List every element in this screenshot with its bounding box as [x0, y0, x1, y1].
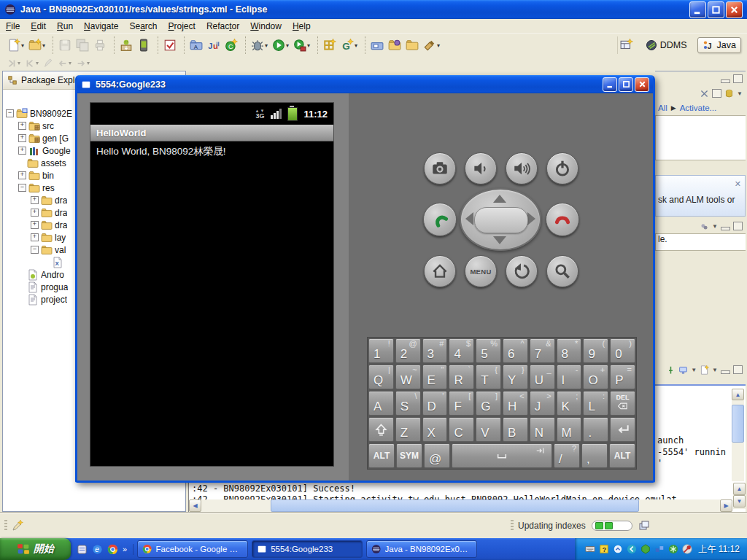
- toolbar-flashlight-button[interactable]: ▾: [421, 36, 442, 54]
- toolbar-next-annotation-button[interactable]: ▾: [4, 56, 23, 71]
- pin-console-icon[interactable]: [666, 365, 676, 375]
- tree-expander-icon[interactable]: +: [31, 196, 39, 204]
- eclipse-titlebar[interactable]: Java - BN98092Ex030101/res/values/string…: [0, 0, 747, 19]
- quick-launch-more[interactable]: »: [123, 545, 127, 553]
- help-icon[interactable]: ?: [599, 544, 609, 554]
- close-button[interactable]: [726, 1, 743, 18]
- toolbar-gwt-compile-button[interactable]: G▾: [338, 36, 360, 54]
- dpad-up-icon[interactable]: [493, 195, 506, 203]
- menu-navigate[interactable]: Navigate: [84, 21, 118, 31]
- key-shift[interactable]: [368, 417, 394, 442]
- toolbar-new-java-project-button[interactable]: ▾: [26, 36, 47, 54]
- open-perspective-button[interactable]: [618, 36, 635, 54]
- key-5[interactable]: 5%: [476, 338, 501, 363]
- key-t[interactable]: T{: [476, 365, 501, 389]
- view-maximize-icon[interactable]: [733, 74, 743, 83]
- key-l[interactable]: L:: [583, 391, 608, 416]
- toolbar-print-button[interactable]: [91, 36, 109, 54]
- key-,[interactable]: ,: [581, 443, 608, 468]
- key-b[interactable]: B: [503, 417, 528, 442]
- key-2[interactable]: 2@: [395, 338, 421, 363]
- tree-expander-icon[interactable]: +: [18, 122, 26, 130]
- key-c[interactable]: C: [449, 417, 474, 442]
- tray-green-icon[interactable]: [640, 544, 651, 554]
- dpad-left-icon[interactable]: [465, 212, 473, 225]
- key-m[interactable]: M: [557, 417, 582, 442]
- key-s[interactable]: S\: [395, 391, 421, 416]
- view-maximize-icon[interactable]: [733, 365, 743, 374]
- key-mod[interactable]: SYM: [396, 443, 422, 468]
- dpad-control[interactable]: [460, 188, 541, 251]
- tray-red-icon[interactable]: [682, 544, 692, 554]
- view-minimize-icon[interactable]: [721, 227, 730, 230]
- toolbar-new-web-project-button[interactable]: [321, 36, 338, 54]
- key-u[interactable]: U_: [530, 365, 555, 389]
- close-icon[interactable]: ✕: [735, 179, 741, 189]
- toolbar-new-class-button[interactable]: C: [222, 36, 240, 54]
- view-menu-icon[interactable]: ▼: [737, 90, 743, 97]
- repository-icon[interactable]: [724, 89, 734, 98]
- toolbar-back-nav-button[interactable]: ▾: [55, 56, 74, 71]
- maximize-button[interactable]: [619, 77, 633, 92]
- console-vscrollbar[interactable]: ▲: [732, 389, 744, 481]
- scroll-up-icon[interactable]: ▲: [732, 389, 744, 400]
- toolbar-debug-button[interactable]: ▾: [249, 36, 270, 54]
- toolbar-save-button[interactable]: [56, 36, 74, 54]
- power-button[interactable]: [546, 152, 578, 184]
- scrollbar-thumb[interactable]: [732, 405, 744, 443]
- toolbar-save-all-button[interactable]: [74, 36, 91, 54]
- view-maximize-icon[interactable]: [733, 222, 743, 230]
- console-vscrollbar[interactable]: ▲ ▼: [733, 483, 746, 509]
- key-o[interactable]: O+: [583, 365, 608, 389]
- view-menu-icon[interactable]: ▼: [712, 223, 718, 230]
- tree-expander-icon[interactable]: −: [18, 184, 26, 192]
- key-n[interactable]: N: [530, 417, 555, 442]
- chrome-icon[interactable]: [107, 544, 118, 555]
- close-button[interactable]: [635, 77, 649, 92]
- view-minimize-icon[interactable]: [721, 370, 730, 374]
- volume-down-button[interactable]: [465, 152, 497, 184]
- key-x[interactable]: X: [422, 417, 448, 442]
- key-1[interactable]: 1!: [368, 338, 394, 363]
- dpad-right-icon[interactable]: [527, 212, 535, 225]
- key-k[interactable]: K;: [557, 391, 582, 416]
- key-r[interactable]: R`: [449, 365, 474, 389]
- call-button[interactable]: [423, 203, 457, 236]
- menu-help[interactable]: Help: [293, 21, 311, 31]
- taskbar-task-5554-google233[interactable]: 5554:Google233: [252, 540, 363, 558]
- tree-expander-icon[interactable]: +: [18, 171, 26, 179]
- key-@[interactable]: @: [424, 443, 450, 468]
- menu-run[interactable]: Run: [57, 21, 73, 31]
- ql-app-icon[interactable]: [77, 544, 88, 555]
- key-v[interactable]: V: [476, 417, 501, 442]
- scrollbar-thumb[interactable]: [271, 499, 639, 512]
- filter-icon[interactable]: [700, 222, 709, 231]
- key-enter[interactable]: [610, 417, 635, 442]
- keyboard-icon[interactable]: [585, 544, 595, 554]
- chevron-icon[interactable]: [613, 544, 623, 554]
- toolbar-junit-button[interactable]: Ju: [205, 36, 222, 54]
- perspective-java[interactable]: J Java: [697, 37, 741, 53]
- minimize-button[interactable]: [603, 77, 617, 92]
- camera-button[interactable]: [424, 152, 456, 184]
- scroll-down-icon[interactable]: ▼: [733, 495, 746, 508]
- key-j[interactable]: J>: [530, 391, 555, 416]
- key-6[interactable]: 6^: [503, 338, 528, 363]
- perspective-ddms[interactable]: DDMS: [641, 38, 692, 52]
- open-console-icon[interactable]: [700, 365, 709, 375]
- key-del[interactable]: DEL: [610, 391, 635, 416]
- key-.[interactable]: .: [583, 417, 608, 442]
- key-8[interactable]: 8*: [557, 338, 582, 363]
- dropdown-icon[interactable]: ▼: [691, 367, 697, 373]
- key-mod[interactable]: ALT: [368, 443, 395, 468]
- scroll-left-icon[interactable]: ◀: [189, 499, 201, 512]
- key-/[interactable]: /?: [554, 443, 580, 468]
- end-call-button[interactable]: [546, 203, 579, 236]
- toolbar-open-resource-button[interactable]: [368, 36, 386, 54]
- display-console-icon[interactable]: [678, 365, 688, 375]
- key-7[interactable]: 7&: [530, 338, 555, 363]
- home-button[interactable]: [424, 255, 456, 287]
- search-button[interactable]: [546, 255, 578, 287]
- maximize-button[interactable]: [708, 1, 724, 18]
- toolbar-checked-task-button[interactable]: [161, 36, 179, 54]
